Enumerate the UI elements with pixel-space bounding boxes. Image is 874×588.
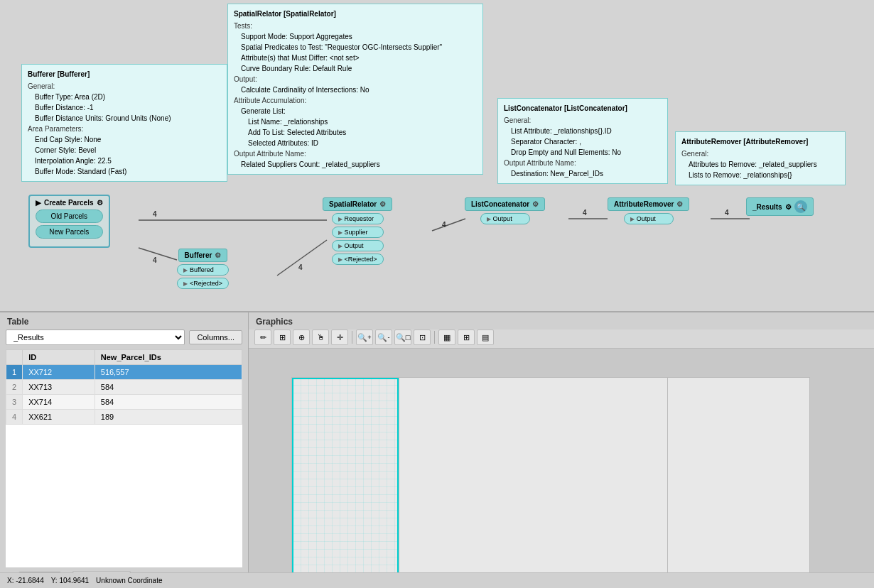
toolbar-sep-1 [352, 331, 352, 344]
spatialrelator-rejected-port: ▶<Rejected> [332, 254, 384, 265]
col-new-parcel-ids[interactable]: New_Parcel_IDs [95, 350, 242, 365]
graphics-header: Graphics [249, 312, 874, 330]
attrremover-node: AttributeRemover ⚙ ▶Output [608, 197, 689, 224]
results-gear-icon[interactable]: ⚙ [785, 203, 792, 211]
data-table-wrapper[interactable]: ID New_Parcel_IDs 1XX712516,5572XX713584… [6, 349, 242, 567]
attrremover-output-port: ▶Output [624, 213, 674, 224]
bufferer-label: Bufferer [185, 251, 212, 259]
bufferer-node: Bufferer ⚙ ▶Buffered ▶<Rejected> [177, 249, 229, 289]
graphics-toolbar: ✏ ⊞ ⊕ 🖱 ✛ 🔍+ 🔍- 🔍□ ⊡ ▦ ⊞ ▤ [249, 330, 874, 349]
select-tool-btn[interactable]: ⊞ [274, 330, 291, 345]
listconcat-label: ListConcatenator [471, 200, 529, 208]
table-row[interactable]: 1XX712516,557 [6, 365, 242, 380]
magnify-icon[interactable]: 🔍 [794, 200, 807, 213]
attrremover-label: AttributeRemover [614, 200, 674, 208]
table-select[interactable]: _Results [6, 330, 185, 345]
gfx-rect-middle [399, 378, 667, 588]
table-row[interactable]: 4XX621189 [6, 410, 242, 425]
tooltip-spatial: SpatialRelator [SpatialRelator] Tests: S… [227, 4, 483, 175]
svg-text:4: 4 [153, 256, 157, 264]
draw-tool-btn[interactable]: ✏ [254, 330, 271, 345]
zoom-out-btn[interactable]: 🔍- [375, 330, 392, 345]
results-label: _Results [752, 203, 782, 211]
zoom-in2-btn[interactable]: 🔍+ [356, 330, 373, 345]
col-id[interactable]: ID [23, 350, 95, 365]
zoom-in-btn[interactable]: ⊕ [293, 330, 310, 345]
table-row[interactable]: 2XX713584 [6, 380, 242, 395]
listconcat-output-port: ▶Output [480, 213, 530, 224]
results-node: _Results ⚙ 🔍 [746, 197, 814, 216]
tooltip-listconcat: ListConcatenator [ListConcatenator] Gene… [497, 98, 668, 184]
bufferer-gear-icon[interactable]: ⚙ [215, 251, 221, 259]
row-number: 4 [6, 410, 23, 425]
col-rownum [6, 350, 23, 365]
bufferer-buffered-port: ▶Buffered [177, 264, 229, 276]
row-id: XX712 [23, 365, 95, 380]
listconcat-node: ListConcatenator ⚙ ▶Output [465, 197, 545, 224]
spatialrelator-node: SpatialRelator ⚙ ▶Requestor ▶Supplier ▶O… [323, 197, 392, 265]
spatialrelator-output-port: ▶Output [332, 240, 384, 251]
create-parcels-gear-icon[interactable]: ⚙ [97, 199, 103, 207]
bottom-panel: Table _Results Columns... ID New_Parcel_… [0, 312, 874, 588]
filter2-btn[interactable]: ▤ [477, 330, 494, 345]
svg-line-1 [139, 248, 177, 260]
tooltip-bufferer: Bufferer [Bufferer] General: Buffer Type… [21, 64, 227, 182]
canvas-area: 4 4 4 4 4 4 Bufferer [Bufferer] General:… [0, 0, 874, 312]
spatialrelator-gear-icon[interactable]: ⚙ [379, 200, 386, 208]
status-y: Y: 104.9641 [51, 577, 89, 584]
svg-line-2 [277, 240, 327, 276]
status-x: X: -21.6844 [7, 577, 44, 584]
bufferer-rejected-port: ▶<Rejected> [177, 278, 229, 289]
attrremover-gear-icon[interactable]: ⚙ [676, 200, 683, 208]
listconcat-gear-icon[interactable]: ⚙ [532, 200, 539, 208]
create-parcels-group: ▶ Create Parcels ⚙ Old Parcels New Parce… [28, 195, 110, 248]
svg-text:4: 4 [298, 263, 303, 271]
layer-btn[interactable]: ⊞ [458, 330, 475, 345]
row-number: 3 [6, 395, 23, 410]
spatialrelator-requestor-port: ▶Requestor [332, 213, 384, 224]
row-new-parcel-ids: 584 [95, 395, 242, 410]
old-parcels-node[interactable]: Old Parcels [36, 209, 103, 223]
row-id: XX713 [23, 380, 95, 395]
data-table: ID New_Parcel_IDs 1XX712516,5572XX713584… [6, 349, 242, 425]
fit-btn[interactable]: ⊡ [414, 330, 431, 345]
svg-text:4: 4 [442, 221, 446, 229]
row-id: XX621 [23, 410, 95, 425]
graphics-viewport [291, 377, 810, 588]
create-parcels-label: Create Parcels [44, 199, 94, 207]
svg-text:4: 4 [583, 209, 587, 217]
grid-btn[interactable]: ▦ [438, 330, 455, 345]
new-parcels-node[interactable]: New Parcels [36, 225, 103, 239]
triangle-icon: ▶ [36, 199, 41, 207]
tooltip-attrremover: AttributeRemover [AttributeRemover] Gene… [675, 131, 846, 185]
crosshair-btn[interactable]: ✛ [331, 330, 348, 345]
graphics-panel: Graphics ✏ ⊞ ⊕ 🖱 ✛ 🔍+ 🔍- 🔍□ ⊡ ▦ ⊞ ▤ [249, 312, 874, 588]
svg-text:4: 4 [725, 209, 729, 217]
gfx-rect-selected [292, 378, 399, 588]
pan-tool-btn[interactable]: 🖱 [312, 330, 329, 345]
table-body: 1XX712516,5572XX7135843XX7145844XX621189 [6, 365, 242, 425]
row-number: 1 [6, 365, 23, 380]
svg-line-3 [432, 219, 465, 231]
spatialrelator-supplier-port: ▶Supplier [332, 227, 384, 238]
row-id: XX714 [23, 395, 95, 410]
row-new-parcel-ids: 584 [95, 380, 242, 395]
row-new-parcel-ids: 516,557 [95, 365, 242, 380]
status-bar: X: -21.6844 Y: 104.9641 Unknown Coordina… [0, 572, 874, 588]
graphics-canvas[interactable] [249, 349, 874, 588]
row-number: 2 [6, 380, 23, 395]
toolbar-sep-2 [434, 331, 435, 344]
columns-button[interactable]: Columns... [189, 330, 242, 344]
svg-text:4: 4 [153, 210, 157, 218]
spatialrelator-label: SpatialRelator [329, 200, 377, 208]
row-new-parcel-ids: 189 [95, 410, 242, 425]
zoom-rect-btn[interactable]: 🔍□ [394, 330, 411, 345]
table-row[interactable]: 3XX714584 [6, 395, 242, 410]
table-controls: _Results Columns... [0, 330, 248, 349]
table-header: Table [0, 312, 248, 330]
status-coord: Unknown Coordinate [96, 577, 162, 584]
gfx-rect-right [667, 378, 809, 588]
table-panel: Table _Results Columns... ID New_Parcel_… [0, 312, 249, 588]
